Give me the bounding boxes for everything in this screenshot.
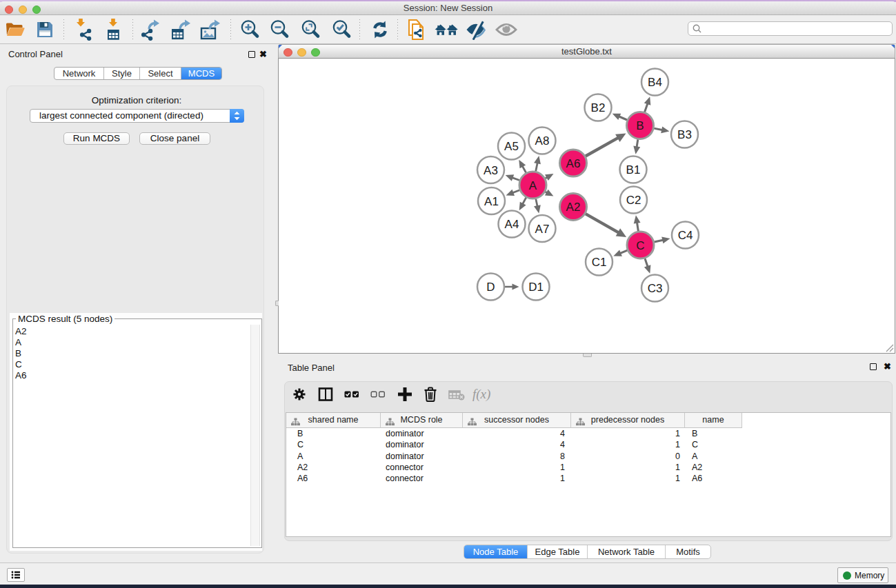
svg-text:A6: A6 xyxy=(566,157,581,170)
svg-text:A4: A4 xyxy=(505,218,519,231)
svg-text:A8: A8 xyxy=(535,134,550,148)
svg-text:A2: A2 xyxy=(566,201,581,214)
svg-text:A1: A1 xyxy=(484,195,499,208)
svg-text:A7: A7 xyxy=(535,223,550,236)
svg-text:C4: C4 xyxy=(678,229,693,242)
svg-text:B1: B1 xyxy=(626,163,641,176)
svg-text:C2: C2 xyxy=(626,194,641,207)
svg-text:A3: A3 xyxy=(484,164,498,177)
svg-text:B4: B4 xyxy=(648,76,662,89)
svg-text:D: D xyxy=(486,281,495,294)
svg-text:C1: C1 xyxy=(592,256,607,269)
svg-text:A5: A5 xyxy=(504,140,519,153)
svg-text:B2: B2 xyxy=(591,101,606,114)
svg-text:B: B xyxy=(636,119,644,132)
svg-text:D1: D1 xyxy=(528,281,544,294)
svg-text:B3: B3 xyxy=(677,128,692,141)
svg-text:C: C xyxy=(636,239,644,252)
svg-text:C3: C3 xyxy=(648,282,663,295)
svg-text:A: A xyxy=(529,179,537,192)
